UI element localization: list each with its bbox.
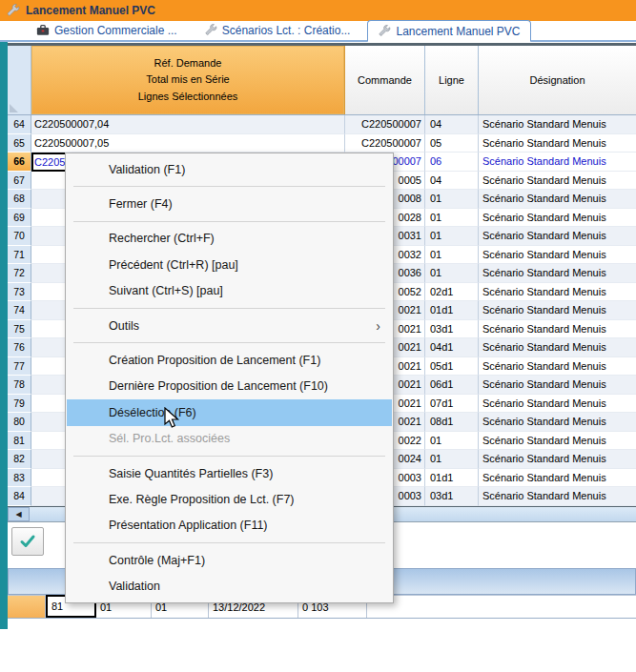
ref-cell[interactable]: C220500007,04 [31,115,345,134]
ligne-cell[interactable]: 01 [425,227,479,246]
row-number-cell[interactable]: 76 [8,338,31,357]
ligne-cell[interactable]: 04 [425,172,479,191]
designation-cell[interactable]: Scénario Standard Menuis [479,413,636,432]
menu-item-fermer-f4[interactable]: Fermer (F4) [67,191,392,216]
ligne-cell[interactable]: 04d1 [425,338,479,357]
row-number-cell[interactable]: 84 [8,487,31,506]
ligne-cell[interactable]: 01 [425,450,479,469]
menu-item-s-l-pro-lct-associ-es: Sél. Pro.Lct. associées [67,426,392,452]
menu-item-pr-sentation-application-f11[interactable]: Présentation Application (F11) [67,513,392,539]
column-header-designation[interactable]: Désignation [479,46,636,114]
tab-gestion-commerciale[interactable]: Gestion Commerciale ... [27,20,187,40]
menu-item-validation[interactable]: Validation [67,573,392,599]
validate-button[interactable] [11,527,44,556]
menu-separator [73,542,385,543]
designation-cell[interactable]: Scénario Standard Menuis [479,209,636,228]
tab-lancement-manuel-pvc[interactable]: Lancement Manuel PVC [367,20,530,42]
ligne-cell[interactable]: 06 [425,153,479,172]
row-number-cell[interactable]: 73 [8,283,31,302]
designation-cell[interactable]: Scénario Standard Menuis [479,134,636,153]
row-number-cell[interactable]: 80 [8,413,31,432]
header-ref-line3: Lignes Sélectionnées [138,89,238,105]
row-number-cell[interactable]: 81 [8,432,31,451]
ligne-cell[interactable]: 07d1 [425,395,479,414]
menu-item-contr-le-maj-f1[interactable]: Contrôle (Maj+F1) [67,547,392,573]
column-header-ligne[interactable]: Ligne [425,46,479,114]
row-number-cell[interactable]: 68 [8,190,31,209]
commande-cell[interactable]: C220500007 [345,134,425,153]
bottom-row-header[interactable] [8,595,46,618]
context-menu: Validation (F1)Fermer (F4)Rechercher (Ct… [65,153,394,603]
designation-cell[interactable]: Scénario Standard Menuis [479,246,636,265]
menu-item-cr-ation-proposition-de-lancement-f1[interactable]: Création Proposition de Lancement (F1) [67,347,392,373]
designation-cell[interactable]: Scénario Standard Menuis [479,338,636,357]
row-number-cell[interactable]: 66 [8,153,31,172]
menu-item-suivant-ctrl-s-pau[interactable]: Suivant (Ctrl+S) [pau] [67,278,392,304]
menu-item-label: Suivant (Ctrl+S) [pau] [109,284,223,297]
menu-item-derni-re-proposition-de-lancement-f10[interactable]: Dernière Proposition de Lancement (F10) [67,374,392,399]
designation-cell[interactable]: Scénario Standard Menuis [479,153,636,172]
row-number-cell[interactable]: 83 [8,469,31,488]
scroll-left-button[interactable]: ◀ [8,507,30,521]
row-number-cell[interactable]: 64 [8,115,31,134]
row-number-cell[interactable]: 75 [8,320,31,339]
ligne-cell[interactable]: 05 [425,134,479,153]
ligne-cell[interactable]: 02d1 [425,283,479,302]
designation-cell[interactable]: Scénario Standard Menuis [479,172,636,191]
ligne-cell[interactable]: 06d1 [425,376,479,395]
designation-cell[interactable]: Scénario Standard Menuis [479,190,636,209]
designation-cell[interactable]: Scénario Standard Menuis [479,432,636,451]
ligne-cell[interactable]: 05d1 [425,357,479,377]
designation-cell[interactable]: Scénario Standard Menuis [479,115,636,134]
header-ref-line1: Réf. Demande [154,55,222,71]
row-number-cell[interactable]: 70 [8,227,31,246]
designation-cell[interactable]: Scénario Standard Menuis [479,487,636,506]
menu-item-rechercher-ctrl-f[interactable]: Rechercher (Ctrl+F) [67,226,392,252]
menu-item-outils[interactable]: Outils› [67,313,392,338]
ligne-cell[interactable]: 01 [425,190,479,209]
row-number-cell[interactable]: 74 [8,301,31,320]
designation-cell[interactable]: Scénario Standard Menuis [479,376,636,395]
row-number-cell[interactable]: 67 [8,172,31,191]
designation-cell[interactable]: Scénario Standard Menuis [479,301,636,320]
ligne-cell[interactable]: 01 [425,246,479,265]
menu-item-label: Outils [109,319,139,333]
menu-item-pr-c-dent-ctrl-r-pau[interactable]: Précédent (Ctrl+R) [pau] [67,252,392,277]
designation-cell[interactable]: Scénario Standard Menuis [479,450,636,469]
designation-cell[interactable]: Scénario Standard Menuis [479,395,636,414]
menu-item-d-s-lection-f6[interactable]: Désélection (F6) [67,399,392,425]
designation-cell[interactable]: Scénario Standard Menuis [479,357,636,377]
ligne-cell[interactable]: 01d1 [425,301,479,320]
menu-item-validation-f1[interactable]: Validation (F1) [67,156,392,182]
row-number-cell[interactable]: 79 [8,395,31,414]
commande-cell[interactable]: C220500007 [345,115,425,134]
ligne-cell[interactable]: 01 [425,209,479,228]
row-number-cell[interactable]: 78 [8,376,31,395]
row-number-cell[interactable]: 71 [8,246,31,265]
ligne-cell[interactable]: 03d1 [425,487,479,506]
designation-cell[interactable]: Scénario Standard Menuis [479,469,636,488]
ligne-cell[interactable]: 08d1 [425,413,479,432]
ligne-cell[interactable]: 01 [425,432,479,451]
row-number-cell[interactable]: 77 [8,357,31,377]
tab-sc-narios-lct-cr-atio[interactable]: Scénarios Lct. : Créatio... [195,20,360,40]
select-all-corner[interactable] [8,46,31,114]
menu-item-exe-r-gle-proposition-de-lct-f7[interactable]: Exe. Règle Proposition de Lct. (F7) [67,486,392,512]
ligne-cell[interactable]: 01d1 [425,469,479,488]
ligne-cell[interactable]: 04 [425,115,479,134]
column-header-ref[interactable]: Réf. Demande Total mis en Série Lignes S… [31,46,345,114]
wrench-icon [204,24,217,37]
designation-cell[interactable]: Scénario Standard Menuis [479,264,636,283]
designation-cell[interactable]: Scénario Standard Menuis [479,320,636,339]
ligne-cell[interactable]: 03d1 [425,320,479,339]
column-header-commande[interactable]: Commande [345,46,425,114]
row-number-cell[interactable]: 69 [8,209,31,228]
menu-item-saisie-quantit-s-partielles-f3[interactable]: Saisie Quantités Partielles (F3) [67,460,392,486]
ligne-cell[interactable]: 01 [425,264,479,283]
row-number-cell[interactable]: 82 [8,450,31,469]
designation-cell[interactable]: Scénario Standard Menuis [479,283,636,302]
row-number-cell[interactable]: 65 [8,134,31,153]
row-number-cell[interactable]: 72 [8,264,31,283]
ref-cell[interactable]: C220500007,05 [31,134,345,153]
designation-cell[interactable]: Scénario Standard Menuis [479,227,636,246]
